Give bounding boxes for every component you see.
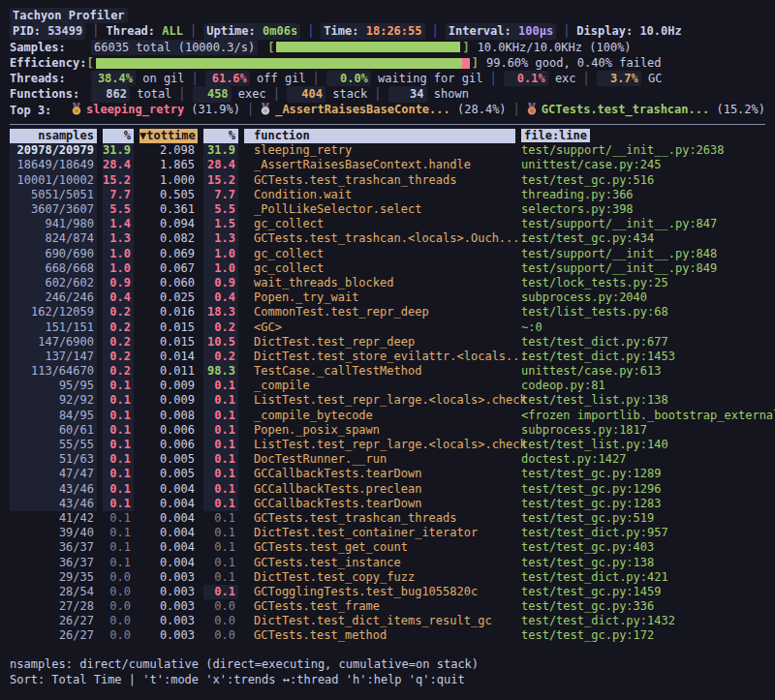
cell-pct-direct: 0.9: [103, 276, 134, 290]
cell-nsamples: 47/47: [10, 467, 97, 481]
cell-pct-direct: 15.2: [103, 173, 134, 188]
bronze-medal-icon: [527, 105, 537, 118]
table-row[interactable]: 39/400.10.0040.1DictTest.test_container_…: [10, 526, 765, 540]
table-row[interactable]: 602/6020.90.0600.9wait_threads_blockedte…: [10, 276, 765, 290]
column-header-pct-direct[interactable]: %: [103, 129, 134, 143]
table-row[interactable]: 5051/50517.70.5057.7Condition.waitthread…: [10, 188, 765, 202]
table-row[interactable]: 3607/36075.50.3615.5_PollLikeSelector.se…: [10, 202, 765, 217]
cell-pct-direct: 0.0: [103, 585, 134, 599]
cell-file-line: test/test_dict.py:421: [521, 570, 765, 585]
separator: │: [425, 23, 446, 39]
top3-item-silver: _AssertRaisesBaseConte... (28.4%): [261, 103, 506, 116]
table-row[interactable]: 60/610.10.0060.1Popen._posix_spawnsubpro…: [10, 423, 765, 438]
table-row[interactable]: 941/9801.40.0941.5gc_collecttest/support…: [10, 217, 765, 231]
table-row[interactable]: 27/280.00.0030.0GCTests.test_frametest/t…: [10, 599, 765, 614]
column-header-nsamples[interactable]: nsamples: [10, 129, 97, 143]
table-row[interactable]: 26/270.00.0030.0GCTests.test_methodtest/…: [10, 628, 765, 643]
table-row[interactable]: 43/460.10.0040.1GCCallbackTests.preclean…: [10, 482, 765, 497]
column-header-tottime-sorted[interactable]: ▼tottime: [140, 129, 198, 143]
table-row[interactable]: 824/8741.30.0821.3GCTests.test_trashcan.…: [10, 231, 765, 246]
cell-function: DictTest.test_repr_deep: [244, 335, 515, 350]
column-header-pct-cumulative[interactable]: %: [203, 129, 238, 143]
cell-nsamples: 84/95: [10, 409, 97, 423]
cell-file-line: test/test_dict.py:677: [521, 335, 765, 350]
cell-pct-direct: 0.1: [103, 556, 134, 570]
table-row[interactable]: 20978/2097931.92.09831.9sleeping_retryte…: [10, 143, 765, 158]
cell-tottime: 0.005: [140, 452, 198, 467]
table-row[interactable]: 113/646700.20.01198.3TestCase._callTestM…: [10, 364, 765, 379]
table-row[interactable]: 41/420.10.0040.1GCTests.test_trashcan_th…: [10, 511, 765, 526]
samples-label: Samples:: [10, 40, 91, 55]
cell-file-line: test/test_gc.py:516: [521, 173, 765, 188]
table-row[interactable]: 246/2460.40.0250.4Popen._try_waitsubproc…: [10, 290, 765, 305]
cell-file-line: selectors.py:398: [521, 202, 765, 217]
cell-nsamples: 824/874: [10, 231, 97, 246]
cell-nsamples: 41/42: [10, 511, 97, 526]
cell-pct-cumulative: 0.1: [203, 497, 238, 511]
cell-pct-direct: 5.5: [103, 202, 134, 217]
cell-function: DictTest.test_container_iterator: [244, 526, 515, 540]
cell-pct-direct: 0.2: [103, 350, 134, 364]
table-row[interactable]: 92/920.10.0090.1ListTest.test_repr_large…: [10, 393, 765, 408]
cell-nsamples: 5051/5051: [10, 188, 97, 202]
status-display-value: 10.0Hz: [639, 23, 681, 39]
table-row[interactable]: 47/470.10.0050.1GCCallbackTests.tearDown…: [10, 467, 765, 481]
cell-tottime: 0.004: [140, 497, 198, 511]
column-header-file[interactable]: file:line: [521, 129, 765, 143]
table-row[interactable]: 162/120590.20.01618.3CommonTest.test_rep…: [10, 305, 765, 320]
column-header-function[interactable]: function: [244, 129, 515, 143]
table-row[interactable]: 10001/1000215.21.00015.2GCTests.test_tra…: [10, 173, 765, 188]
table-row[interactable]: 18649/1864928.41.86528.4_AssertRaisesBas…: [10, 158, 765, 172]
table-row[interactable]: 668/6681.00.0671.0gc_collecttest/support…: [10, 261, 765, 276]
threads-waiting-for-gil-value: 0.0%: [326, 71, 371, 86]
table-row[interactable]: 29/350.00.0030.1DictTest.test_copy_fuzzt…: [10, 570, 765, 585]
table-row[interactable]: 151/1510.20.0150.2<GC>~:0: [10, 320, 765, 335]
separator: │: [482, 72, 503, 85]
separator: │: [507, 103, 527, 116]
cell-nsamples: 10001/10002: [10, 173, 97, 188]
threads-label: Threads:: [10, 71, 91, 86]
table-row[interactable]: 147/69000.20.01510.5DictTest.test_repr_d…: [10, 335, 765, 350]
table-row[interactable]: 51/630.10.0050.1DocTestRunner.__rundocte…: [10, 452, 765, 467]
samples-rate: 10.0KHz/10.0KHz (100%): [478, 40, 632, 55]
top3-functions: sleeping_retry (31.9%)│_AssertRaisesBase…: [72, 102, 765, 119]
cell-function: _compile: [244, 379, 515, 393]
app-title: Tachyon Profiler: [10, 8, 128, 23]
table-row[interactable]: 95/950.10.0090.1_compilecodeop.py:81: [10, 379, 765, 393]
cell-pct-direct: 0.1: [103, 379, 134, 393]
cell-file-line: test/test_dict.py:1432: [521, 614, 765, 628]
cell-pct-cumulative: 5.5: [203, 202, 238, 217]
cell-function: ListTest.test_repr_large.<locals>.check: [244, 393, 515, 408]
cell-pct-direct: 0.2: [103, 305, 134, 320]
table-row[interactable]: 36/370.10.0040.1GCTests.test_get_countte…: [10, 540, 765, 555]
cell-nsamples: 27/28: [10, 599, 97, 614]
cell-file-line: test/test_gc.py:1296: [521, 482, 765, 497]
cell-file-line: ~:0: [521, 320, 765, 335]
table-row[interactable]: 28/540.00.0030.1GCTogglingTests.test_bug…: [10, 585, 765, 599]
table-row[interactable]: 36/370.10.0040.1GCTests.test_instancetes…: [10, 556, 765, 570]
top3-item-gold: sleeping_retry (31.9%): [72, 103, 240, 116]
cell-pct-cumulative: 18.3: [203, 305, 238, 320]
cell-function: _PollLikeSelector.select: [244, 202, 515, 217]
table-row[interactable]: 84/950.10.0080.1_compile_bytecode<frozen…: [10, 409, 765, 423]
table-row[interactable]: 137/1470.20.0140.2DictTest.test_store_ev…: [10, 350, 765, 364]
table-row[interactable]: 55/550.10.0060.1ListTest.test_repr_large…: [10, 438, 765, 452]
cell-nsamples: 36/37: [10, 556, 97, 570]
cell-tottime: 0.009: [140, 379, 198, 393]
status-display: Display: 10.0Hz: [576, 23, 681, 39]
separator: │: [266, 87, 287, 101]
cell-pct-cumulative: 0.2: [203, 320, 238, 335]
table-row[interactable]: 26/270.00.0030.0DictTest.test_dict_items…: [10, 614, 765, 628]
cell-tottime: 0.009: [140, 393, 198, 408]
table-row[interactable]: 690/6901.00.0691.0gc_collecttest/support…: [10, 247, 765, 261]
cell-nsamples: 137/147: [10, 350, 97, 364]
separator: │: [556, 23, 576, 39]
cell-function: GCCallbackTests.tearDown: [244, 467, 515, 481]
cell-pct-direct: 0.0: [103, 599, 134, 614]
cell-pct-direct: 0.1: [103, 452, 134, 467]
cell-pct-cumulative: 0.2: [203, 350, 238, 364]
threads-off-gil-label: off gil: [250, 72, 306, 85]
top3-function-pct: (28.4%): [450, 103, 507, 116]
status-pid-value: 53499: [47, 23, 82, 39]
table-row[interactable]: 43/460.10.0040.1GCCallbackTests.tearDown…: [10, 497, 765, 511]
